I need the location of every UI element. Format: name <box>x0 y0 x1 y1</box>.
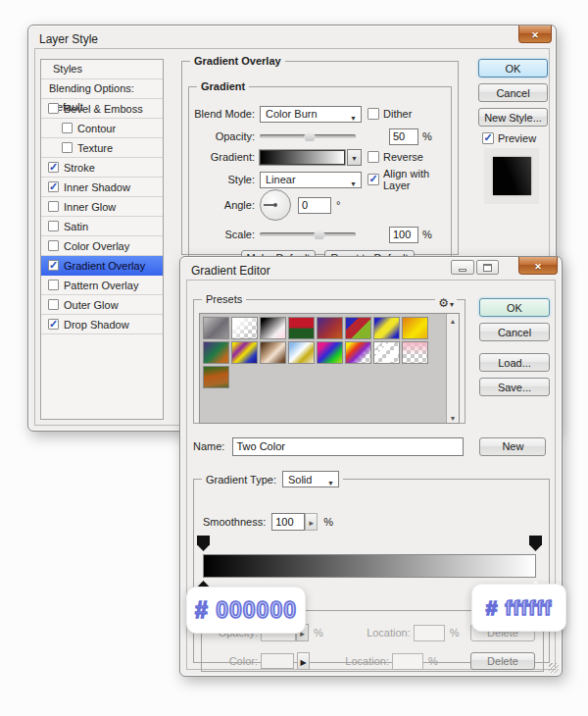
sidebar-item-blending-options[interactable]: Blending Options: Default <box>41 79 163 99</box>
new-style-button[interactable]: New Style... <box>478 108 548 127</box>
sidebar-style-item[interactable]: Pattern Overlay <box>41 276 163 295</box>
ok-button[interactable]: OK <box>478 59 548 77</box>
smoothness-menu-button[interactable] <box>305 513 318 531</box>
sidebar-style-item[interactable]: Stroke <box>41 158 163 178</box>
smoothness-input[interactable] <box>271 513 305 531</box>
ok-button[interactable]: OK <box>479 298 550 317</box>
gradient-preset-swatch[interactable] <box>260 317 286 339</box>
align-with-layer-checkbox[interactable] <box>368 174 379 185</box>
opacity-slider-thumb[interactable] <box>304 131 316 141</box>
scale-slider-thumb[interactable] <box>314 230 325 239</box>
gradient-name-input[interactable] <box>232 437 464 456</box>
gradient-bar[interactable] <box>203 554 536 578</box>
gradient-editor-actions: OK Cancel Load... Save... <box>479 298 550 396</box>
style-item-checkbox[interactable] <box>48 103 59 114</box>
gradient-type-select[interactable]: Solid <box>282 471 339 487</box>
style-item-checkbox[interactable] <box>48 260 59 271</box>
presets-viewport <box>199 313 460 424</box>
style-item-checkbox[interactable] <box>48 280 59 290</box>
style-item-checkbox[interactable] <box>62 142 73 153</box>
style-row: Style: Linear Align with Layer <box>189 170 451 189</box>
scroll-down-button[interactable] <box>447 411 459 423</box>
gradient-preset-swatch[interactable] <box>288 341 315 364</box>
gradient-type-label: Gradient Type: <box>206 474 276 486</box>
sidebar-style-item[interactable]: Drop Shadow <box>41 315 163 334</box>
scale-slider-track[interactable] <box>260 232 356 236</box>
new-button[interactable]: New <box>479 437 546 456</box>
stop-color-swatch[interactable] <box>261 653 294 669</box>
style-item-checkbox[interactable] <box>48 319 59 330</box>
styles-header[interactable]: Styles <box>41 60 163 79</box>
style-item-label: Pattern Overlay <box>64 280 138 291</box>
gradient-preset-swatch[interactable] <box>345 317 371 339</box>
sidebar-style-item[interactable]: Inner Glow <box>41 197 163 217</box>
reverse-checkbox[interactable] <box>368 151 379 163</box>
style-item-checkbox[interactable] <box>62 123 73 133</box>
sidebar-style-item[interactable]: Satin <box>41 217 163 236</box>
gradient-preset-swatch[interactable] <box>203 317 229 339</box>
smoothness-label: Smoothness: <box>203 516 266 528</box>
sidebar-style-item[interactable]: Outer Glow <box>41 295 163 315</box>
cancel-button[interactable]: Cancel <box>478 83 548 102</box>
opacity-row: Opacity: % <box>189 127 451 146</box>
gradient-preset-swatch[interactable] <box>402 341 428 364</box>
layer-style-close-button[interactable] <box>518 26 552 43</box>
blend-mode-select[interactable]: Color Burn <box>260 106 362 123</box>
presets-menu-button[interactable] <box>435 296 457 310</box>
sidebar-style-item[interactable]: Gradient Overlay <box>41 256 163 276</box>
stop-color-menu-button[interactable] <box>297 652 310 670</box>
gradient-preset-swatch[interactable] <box>402 317 428 339</box>
gradient-preset-swatch[interactable] <box>373 317 400 339</box>
gradient-preset-swatch[interactable] <box>231 341 258 364</box>
style-item-checkbox[interactable] <box>48 162 59 173</box>
gradient-preset-swatch[interactable] <box>260 341 286 364</box>
style-item-label: Satin <box>64 221 88 232</box>
angle-dial[interactable] <box>260 189 291 221</box>
gradient-preset-swatch[interactable] <box>317 341 343 364</box>
sidebar-style-item[interactable]: Contour <box>41 119 163 138</box>
scale-input[interactable] <box>389 227 418 243</box>
opacity-input[interactable] <box>389 128 418 145</box>
gradient-preset-swatch[interactable] <box>231 317 258 339</box>
angle-label: Angle: <box>189 199 260 211</box>
opacity-stop-left[interactable] <box>197 536 210 551</box>
gradient-preset-swatch[interactable] <box>317 317 343 339</box>
gradient-picker-button[interactable] <box>347 149 362 166</box>
stop-location-input[interactable] <box>392 653 423 670</box>
scale-slider[interactable] <box>260 229 356 240</box>
gradient-editor-titlebar[interactable]: Gradient Editor <box>180 257 562 281</box>
gradient-preset-swatch[interactable] <box>288 317 315 339</box>
stop-location-input[interactable] <box>414 625 445 641</box>
style-item-checkbox[interactable] <box>48 181 59 192</box>
gradient-preset-swatch[interactable] <box>345 341 371 364</box>
resize-grip[interactable] <box>549 663 559 673</box>
gradient-type-group: Gradient Type: Solid Smoothness: % <box>193 471 550 663</box>
gradient-preset-swatch[interactable] <box>373 341 400 364</box>
style-item-checkbox[interactable] <box>48 299 59 310</box>
sidebar-style-item[interactable]: Color Overlay <box>41 236 163 256</box>
presets-scrollbar[interactable] <box>446 314 459 423</box>
gradient-preset-swatch[interactable] <box>203 341 229 364</box>
sidebar-style-item[interactable]: Inner Shadow <box>41 178 163 197</box>
scroll-up-button[interactable] <box>447 314 459 326</box>
opacity-slider[interactable] <box>260 130 356 142</box>
delete-color-stop-button[interactable]: Delete <box>470 652 535 670</box>
gradient-editor-close-button[interactable] <box>518 257 558 275</box>
maximize-button[interactable] <box>476 260 499 275</box>
minimize-button[interactable] <box>451 260 474 275</box>
sidebar-style-item[interactable]: Texture <box>41 138 163 158</box>
style-item-checkbox[interactable] <box>48 221 59 231</box>
style-item-checkbox[interactable] <box>48 240 59 251</box>
layer-style-titlebar[interactable]: Layer Style <box>28 26 556 49</box>
angle-input[interactable] <box>298 197 331 214</box>
style-select[interactable]: Linear <box>260 172 362 188</box>
gradient-preview[interactable] <box>260 150 345 165</box>
save-button[interactable]: Save... <box>479 378 550 396</box>
opacity-stop-right[interactable] <box>529 536 542 551</box>
cancel-button[interactable]: Cancel <box>479 323 550 341</box>
gradient-preset-swatch[interactable] <box>203 366 229 388</box>
preview-checkbox[interactable] <box>482 132 494 144</box>
load-button[interactable]: Load... <box>479 353 550 372</box>
style-item-checkbox[interactable] <box>48 201 59 212</box>
dither-checkbox[interactable] <box>368 108 379 120</box>
